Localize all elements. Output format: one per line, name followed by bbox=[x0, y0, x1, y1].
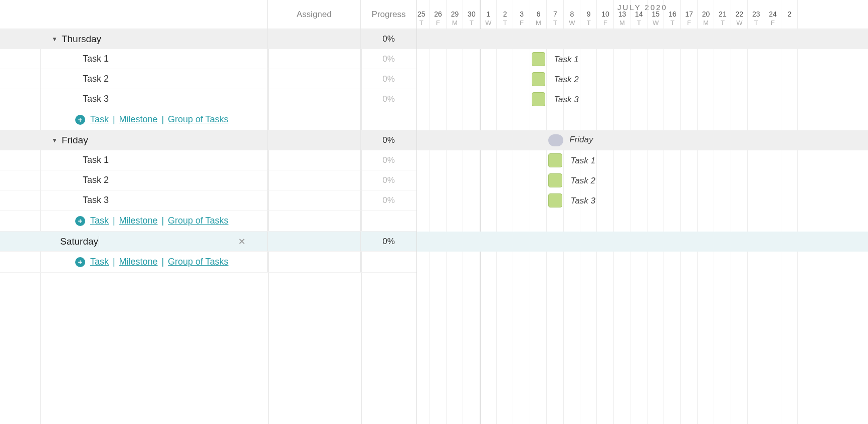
bar-label: Task 1 bbox=[571, 156, 595, 166]
bar-label: Task 2 bbox=[571, 176, 595, 186]
timeline-task-row[interactable]: Task 2 bbox=[417, 69, 868, 89]
timeline-group-row bbox=[417, 29, 868, 49]
bar-label: Task 1 bbox=[554, 55, 578, 65]
timeline-add-row bbox=[417, 210, 868, 232]
task-row[interactable]: Task 1 0% bbox=[0, 49, 416, 69]
group-name-input[interactable]: Saturday bbox=[60, 236, 99, 247]
add-group-link[interactable]: Group of Tasks bbox=[168, 114, 229, 124]
group-row-thursday[interactable]: ▼ Thursday 0% bbox=[0, 29, 416, 49]
left-panel: Assigned Progress ▼ Thursday 0% Task 1 0… bbox=[0, 0, 417, 424]
add-row: + Task | Milestone | Group of Tasks bbox=[0, 109, 416, 130]
task-progress: 0% bbox=[361, 190, 416, 210]
task-name: Task 2 bbox=[83, 175, 109, 185]
close-icon[interactable]: ✕ bbox=[238, 236, 246, 247]
task-bar[interactable]: Task 1 bbox=[548, 153, 562, 167]
plus-circle-icon[interactable]: + bbox=[75, 115, 85, 125]
column-headers: Assigned Progress bbox=[0, 0, 416, 29]
timeline-task-row[interactable]: Task 3 bbox=[417, 89, 868, 109]
timeline-body: Task 1 Task 2 Task 3 Friday Task 1 Task … bbox=[417, 29, 868, 424]
task-row[interactable]: Task 3 0% bbox=[0, 89, 416, 109]
task-progress: 0% bbox=[361, 150, 416, 170]
task-bar[interactable]: Task 1 bbox=[532, 52, 545, 66]
task-name: Task 3 bbox=[83, 195, 109, 205]
add-group-link[interactable]: Group of Tasks bbox=[168, 257, 229, 267]
add-milestone-link[interactable]: Milestone bbox=[119, 216, 157, 226]
add-row: + Task | Milestone | Group of Tasks bbox=[0, 210, 416, 232]
add-row: + Task | Milestone | Group of Tasks bbox=[0, 252, 416, 273]
plus-circle-icon[interactable]: + bbox=[75, 257, 85, 267]
task-bar[interactable]: Task 3 bbox=[548, 193, 562, 207]
timeline-task-row[interactable]: Task 3 bbox=[417, 190, 868, 210]
task-row[interactable]: Task 2 0% bbox=[0, 69, 416, 89]
add-group-link[interactable]: Group of Tasks bbox=[168, 216, 229, 226]
timeline-edit-row bbox=[417, 232, 868, 252]
group-row-friday[interactable]: ▼ Friday 0% bbox=[0, 130, 416, 150]
column-header-name[interactable] bbox=[0, 0, 268, 29]
timeline-task-row[interactable]: Task 1 bbox=[417, 150, 868, 170]
group-progress: 0% bbox=[361, 232, 416, 251]
plus-circle-icon[interactable]: + bbox=[75, 216, 85, 226]
milestone-label: Friday bbox=[569, 135, 593, 145]
add-task-link[interactable]: Task bbox=[90, 257, 109, 267]
group-progress: 0% bbox=[361, 130, 416, 150]
task-progress: 0% bbox=[361, 170, 416, 190]
milestone-marker[interactable]: Friday bbox=[548, 134, 563, 146]
task-row[interactable]: Task 1 0% bbox=[0, 150, 416, 170]
bar-label: Task 3 bbox=[554, 95, 578, 105]
add-milestone-link[interactable]: Milestone bbox=[119, 114, 157, 124]
task-progress: 0% bbox=[361, 49, 416, 69]
task-list: ▼ Thursday 0% Task 1 0% Task 2 0% Task 3… bbox=[0, 29, 416, 273]
group-row-editing[interactable]: Saturday ✕ 0% bbox=[0, 232, 416, 252]
task-name: Task 3 bbox=[83, 94, 109, 104]
task-name: Task 2 bbox=[83, 74, 109, 84]
gantt-app: Assigned Progress ▼ Thursday 0% Task 1 0… bbox=[0, 0, 868, 424]
task-bar[interactable]: Task 2 bbox=[532, 72, 545, 86]
timeline-add-row bbox=[417, 252, 868, 273]
timeline-panel[interactable]: JULY 2020 25T26F29M30T1W2T3F6M7T8W9T10F1… bbox=[417, 0, 868, 424]
task-row[interactable]: Task 2 0% bbox=[0, 170, 416, 190]
column-header-assigned[interactable]: Assigned bbox=[268, 0, 361, 29]
task-progress: 0% bbox=[361, 69, 416, 89]
caret-down-icon[interactable]: ▼ bbox=[52, 36, 58, 43]
task-name: Task 1 bbox=[83, 54, 109, 64]
timeline-group-row: Friday bbox=[417, 130, 868, 150]
add-task-link[interactable]: Task bbox=[90, 114, 109, 124]
add-task-link[interactable]: Task bbox=[90, 216, 109, 226]
timeline-task-row[interactable]: Task 1 bbox=[417, 49, 868, 69]
timeline-add-row bbox=[417, 109, 868, 130]
group-name: Friday bbox=[62, 135, 88, 146]
timeline-task-row[interactable]: Task 2 bbox=[417, 170, 868, 190]
group-name: Thursday bbox=[62, 34, 101, 45]
task-row[interactable]: Task 3 0% bbox=[0, 190, 416, 210]
bar-label: Task 2 bbox=[554, 75, 578, 85]
task-progress: 0% bbox=[361, 89, 416, 109]
group-progress: 0% bbox=[361, 29, 416, 49]
task-name: Task 1 bbox=[83, 155, 109, 165]
add-milestone-link[interactable]: Milestone bbox=[119, 257, 157, 267]
task-bar[interactable]: Task 2 bbox=[548, 173, 562, 187]
bar-label: Task 3 bbox=[571, 196, 595, 206]
column-header-progress[interactable]: Progress bbox=[361, 0, 416, 29]
task-bar[interactable]: Task 3 bbox=[532, 92, 545, 106]
caret-down-icon[interactable]: ▼ bbox=[52, 137, 58, 144]
